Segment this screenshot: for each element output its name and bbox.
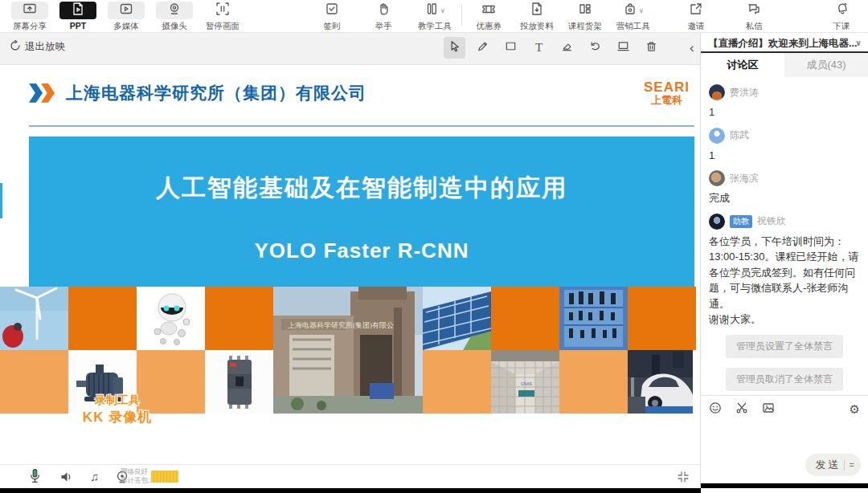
send-button[interactable]: 发送 = xyxy=(805,454,861,476)
pen-tool-button[interactable] xyxy=(472,37,493,59)
assistant-badge: 助教 xyxy=(730,215,752,228)
slide-subtitle: YOLO Faster R-CNN xyxy=(29,238,694,263)
ppt-button[interactable]: PPT xyxy=(59,2,96,31)
orange-tile xyxy=(559,350,628,414)
invite-icon xyxy=(689,2,703,19)
slide-title: 人工智能基础及在智能制造中的应用 xyxy=(29,172,694,205)
svg-text:CNAS: CNAS xyxy=(521,381,533,386)
photo-circuit-breaker xyxy=(205,350,273,414)
text-tool-icon: T xyxy=(535,41,542,55)
orange-tile xyxy=(628,287,696,350)
message-composer: ⚙ 发送 = xyxy=(701,395,868,483)
eraser-icon xyxy=(560,39,574,56)
end-class-icon xyxy=(834,2,849,19)
tab-discussion[interactable]: 讨论区 xyxy=(701,53,784,77)
screen-share-icon xyxy=(23,2,37,19)
logo-chevron-icon xyxy=(41,84,55,103)
multimedia-button[interactable]: 多媒体 xyxy=(108,2,145,32)
sign-in-icon xyxy=(325,2,339,19)
recorder-watermark: 录制工具 KK 录像机 xyxy=(69,393,166,426)
sidebar-tabs: 讨论区 成员(43) xyxy=(701,53,868,77)
direct-message-button[interactable]: 私信 xyxy=(735,2,772,32)
screenshot-scissors-button[interactable] xyxy=(735,401,748,418)
avatar xyxy=(709,128,725,144)
exit-presentation-button[interactable]: 退出放映 xyxy=(10,40,65,54)
chat-message: 费洪涛 1 xyxy=(709,84,860,120)
prev-slide-button[interactable]: ‹ xyxy=(686,40,698,56)
orange-tile xyxy=(68,287,137,350)
coupon-button[interactable]: 优惠券 xyxy=(470,2,507,32)
logo-chevron-icon xyxy=(29,84,43,103)
undo-icon xyxy=(588,39,602,56)
settings-gear-button[interactable]: ⚙ xyxy=(850,402,860,417)
system-message: 管理员取消了全体禁言 xyxy=(726,368,843,391)
end-class-button[interactable]: 下课 xyxy=(823,2,860,32)
chat-input[interactable] xyxy=(701,418,868,456)
chat-sidebar: 【直播介绍】欢迎来到上海电器... ∨ 讨论区 成员(43) 费洪涛 1 陈武 … xyxy=(700,32,868,488)
live-class-window: 屏幕分享 PPT 多媒体 摄像头 暂停画面 签到 xyxy=(0,0,868,493)
course-shelf-button[interactable]: 课程货架 xyxy=(567,2,604,32)
raise-hand-button[interactable]: 举手 xyxy=(365,2,402,32)
pause-screen-button[interactable]: 暂停画面 xyxy=(204,2,241,32)
invite-button[interactable]: 邀请 xyxy=(678,2,714,32)
image-button[interactable] xyxy=(762,401,775,418)
speaker-button[interactable] xyxy=(59,470,74,484)
company-name: 上海电器科学研究所（集团）有限公司 xyxy=(66,82,366,104)
materials-button[interactable]: 投放资料 xyxy=(518,2,555,32)
avatar xyxy=(709,84,725,100)
chat-message: 陈武 1 xyxy=(709,128,860,164)
network-quality-graph xyxy=(151,471,178,483)
board-tool-button[interactable] xyxy=(612,37,634,59)
rectangle-tool-button[interactable] xyxy=(500,37,522,59)
avatar xyxy=(709,170,725,186)
undo-button[interactable] xyxy=(584,37,606,59)
chat-message-list[interactable]: 费洪涛 1 陈武 1 张海滨 完成 助教祝铁欣 各位学员，下午培训时间为：13:… xyxy=(701,77,868,395)
photo-robot xyxy=(137,287,205,350)
header-rule xyxy=(29,125,694,127)
title-banner: 人工智能基础及在智能制造中的应用 YOLO Faster R-CNN xyxy=(29,136,694,287)
screen-share-button[interactable]: 屏幕分享 xyxy=(11,2,48,32)
photo-institute-building: 上海电器科学研究所(集团)有限公司 xyxy=(273,287,423,414)
chat-message: 张海滨 完成 xyxy=(709,170,860,206)
svg-text:上海电器科学研究所(集团)有限公司: 上海电器科学研究所(集团)有限公司 xyxy=(288,321,401,329)
camera-button[interactable]: 摄像头 xyxy=(156,2,193,32)
avatar xyxy=(709,214,725,230)
raise-hand-icon xyxy=(376,2,391,19)
camera-icon xyxy=(167,2,182,19)
eraser-tool-button[interactable] xyxy=(556,37,578,59)
board-icon xyxy=(616,39,630,56)
collapse-icon xyxy=(677,472,690,486)
orange-tile xyxy=(205,287,273,350)
send-divider xyxy=(844,460,845,471)
pointer-tool-button[interactable] xyxy=(444,37,465,59)
clear-trash-button[interactable] xyxy=(641,37,662,59)
course-shelf-icon xyxy=(578,2,592,19)
tab-members[interactable]: 成员(43) xyxy=(784,53,868,77)
exit-loop-icon xyxy=(10,40,21,54)
materials-icon xyxy=(530,2,544,19)
seari-logo: SEARI 上電科 xyxy=(644,80,694,105)
pointer-icon xyxy=(448,39,461,56)
photo-electrical-cabinet xyxy=(559,287,628,350)
sign-in-button[interactable]: 签到 xyxy=(313,2,350,32)
orange-tile xyxy=(491,287,559,350)
chevron-down-icon: ∨ xyxy=(855,32,862,53)
pen-icon xyxy=(476,39,489,56)
music-button[interactable]: ♫ xyxy=(90,470,99,483)
microphone-button[interactable] xyxy=(27,468,43,485)
status-bar: ♫ 网络良好 累计丢包:10 xyxy=(0,464,701,489)
teaching-tools-button[interactable]: ∨ 教学工具 xyxy=(416,2,453,32)
send-options-icon[interactable]: = xyxy=(850,460,854,470)
window-bottom-strip xyxy=(0,488,701,493)
live-announcement-bar[interactable]: 【直播介绍】欢迎来到上海电器... ∨ xyxy=(701,32,868,53)
presentation-toolbar: 退出放映 T ‹ › xyxy=(0,32,701,65)
slide-header: 上海电器科学研究所（集团）有限公司 SEARI 上電科 xyxy=(29,80,694,105)
text-tool-button[interactable]: T xyxy=(528,37,550,59)
marketing-tools-button[interactable]: ∨ 营销工具 xyxy=(615,2,652,32)
collapse-fullscreen-button[interactable] xyxy=(677,471,690,487)
photo-solar-panels xyxy=(423,287,491,350)
ppt-icon xyxy=(71,2,85,19)
trash-icon xyxy=(645,39,658,56)
emoji-button[interactable] xyxy=(709,401,722,418)
photo-wind-turbine xyxy=(0,287,68,350)
